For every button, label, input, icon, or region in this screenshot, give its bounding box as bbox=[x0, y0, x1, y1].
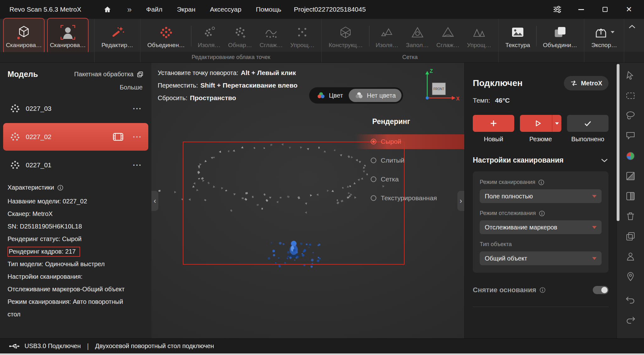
render-mode-option[interactable]: Сырой bbox=[371, 135, 437, 148]
chevron-down-icon bbox=[592, 257, 597, 260]
clip-plane-icon[interactable] bbox=[625, 170, 636, 182]
render-mode-option[interactable]: Слитый bbox=[371, 154, 437, 167]
shade-icon[interactable] bbox=[625, 190, 636, 202]
render-mode-option[interactable]: Сетка bbox=[371, 173, 437, 186]
model-property: Режим сканирования: Авто поворотный bbox=[8, 295, 151, 308]
render-mode-list: СыройСлитыйСеткаТекстурированная bbox=[371, 135, 437, 210]
axis-gizmo[interactable]: Z X FRONT bbox=[418, 65, 460, 109]
base-removal-toggle[interactable] bbox=[593, 286, 609, 294]
titlebar: Revo Scan 5.6.3 MetroX » ФайлЭкранАксесс… bbox=[0, 0, 644, 19]
merge-pointcloud-button[interactable]: Объединен… bbox=[144, 22, 188, 50]
smooth-points-icon bbox=[264, 25, 278, 40]
minimize-button[interactable] bbox=[577, 5, 586, 14]
radio-icon bbox=[371, 158, 376, 163]
viewport-hint: Переместить:Shift + Перетаскивание влево bbox=[158, 79, 297, 92]
model-row[interactable]: 0227_03··· bbox=[3, 95, 148, 122]
select-cursor-icon[interactable] bbox=[625, 70, 636, 82]
more-button[interactable]: Больше bbox=[0, 79, 151, 91]
right-panel-scrollbar[interactable] bbox=[617, 64, 619, 221]
comment-icon[interactable] bbox=[625, 130, 636, 142]
simpl-mesh-button: Упрощ… bbox=[463, 22, 495, 50]
copy-icon[interactable] bbox=[625, 230, 636, 242]
viewport-3d[interactable]: Установите точку поворота:Alt + Левый кл… bbox=[151, 63, 464, 338]
texture-button[interactable]: Текстура bbox=[502, 22, 534, 50]
ribbon-button-label: Объедини… bbox=[543, 42, 577, 49]
temperature-value: 46°C bbox=[495, 97, 510, 104]
collapse-left-panel-button[interactable]: ‹ bbox=[151, 191, 158, 211]
ribbon-group: Сканирова…Сканирова… bbox=[0, 19, 94, 62]
maximize-button[interactable] bbox=[601, 5, 609, 14]
film-icon[interactable] bbox=[113, 132, 123, 142]
info-icon[interactable] bbox=[539, 287, 546, 293]
globe-icon[interactable] bbox=[625, 150, 636, 162]
collapse-right-panel-button[interactable]: › bbox=[457, 191, 464, 211]
collapse-ribbon-button[interactable] bbox=[627, 24, 637, 30]
rect-select-icon[interactable] bbox=[625, 90, 636, 102]
isolate-points-button: Изоля… bbox=[194, 22, 224, 50]
menubar-item[interactable]: Аксессуар bbox=[210, 6, 241, 13]
menubar-item[interactable]: Файл bbox=[146, 6, 162, 13]
ribbon-toolbar: Сканирова…Сканирова…Редактир…Объединен…И… bbox=[0, 19, 644, 63]
detect-points-icon bbox=[233, 25, 247, 40]
ribbon-group-caption: Сетка bbox=[322, 52, 498, 62]
toggle-knob bbox=[601, 287, 608, 293]
scan-button[interactable]: Сканирова… bbox=[3, 18, 45, 54]
new-scan-label: Новый bbox=[484, 136, 503, 143]
close-button[interactable]: ✕ bbox=[625, 5, 633, 14]
device-name: MetroX bbox=[581, 80, 602, 87]
color-on-option[interactable]: Цвет bbox=[311, 89, 349, 102]
resume-scan-button[interactable] bbox=[520, 115, 561, 132]
isolate-mesh-icon bbox=[380, 25, 394, 40]
characteristics-label: Характеристики bbox=[8, 184, 54, 191]
model-property: Настройки сканирования: bbox=[8, 270, 151, 283]
model-properties: Название модели: 0227_02Сканер: MetroXSN… bbox=[0, 191, 151, 320]
batch-processing-button[interactable]: Пакетная обработка bbox=[74, 71, 144, 78]
model-row[interactable]: 0227_02··· bbox=[3, 123, 148, 151]
scan-settings-header[interactable]: Настройки сканирования bbox=[473, 156, 609, 164]
complete-button[interactable] bbox=[567, 115, 609, 132]
scan-control-panel: Подключен MetroX Темп: 46°C bbox=[464, 63, 617, 338]
no-color-option[interactable]: Нет цвета bbox=[349, 89, 401, 102]
info-icon[interactable] bbox=[539, 210, 545, 217]
gizmo-origin-dot bbox=[426, 96, 429, 100]
property-text: Название модели: 0227_02 bbox=[8, 198, 87, 205]
scan-preview-button[interactable]: Сканирова… bbox=[47, 18, 89, 54]
tracking-mode-select[interactable]: Отслеживание маркеров bbox=[480, 220, 602, 234]
expand-chevrons-icon[interactable]: » bbox=[127, 5, 132, 14]
menubar-item[interactable]: Экран bbox=[177, 6, 195, 13]
viewport-hint: Установите точку поворота:Alt + Левый кл… bbox=[158, 67, 297, 79]
info-icon[interactable] bbox=[538, 179, 544, 186]
color-option-label: Цвет bbox=[329, 92, 343, 99]
device-button[interactable]: MetroX bbox=[564, 76, 609, 90]
select-value: Поле полностью bbox=[485, 193, 533, 200]
app-title: Revo Scan 5.6.3 MetroX bbox=[9, 6, 81, 13]
merge-models-button[interactable]: Объедини… bbox=[539, 22, 581, 50]
model-row[interactable]: 0227_01··· bbox=[3, 151, 148, 179]
edit-button[interactable]: Редактир… bbox=[98, 22, 137, 50]
new-scan-button[interactable] bbox=[473, 115, 514, 132]
person-icon[interactable] bbox=[625, 250, 636, 262]
menubar-item[interactable]: Помощь bbox=[256, 6, 281, 13]
render-mode-label: Текстурированная bbox=[381, 194, 437, 202]
model-name: 0227_02 bbox=[26, 133, 52, 141]
object-type-select[interactable]: Общий объект bbox=[480, 251, 602, 265]
trash-icon[interactable] bbox=[625, 210, 636, 222]
resume-dropdown-button[interactable] bbox=[552, 115, 561, 132]
marker-icon[interactable] bbox=[625, 271, 636, 282]
undo-icon[interactable] bbox=[625, 294, 636, 306]
chevron-down-icon[interactable] bbox=[611, 31, 614, 33]
ribbon-group-caption bbox=[95, 52, 140, 62]
model-panel-header: Модель Пакетная обработка bbox=[0, 63, 151, 79]
scan-mode-select[interactable]: Поле полностью bbox=[480, 189, 602, 203]
render-mode-option[interactable]: Текстурированная bbox=[371, 191, 437, 205]
lasso-select-icon[interactable] bbox=[625, 110, 636, 122]
info-icon[interactable] bbox=[57, 185, 63, 191]
export-button[interactable]: Экспор… bbox=[587, 22, 621, 50]
settings-sliders-icon[interactable] bbox=[553, 5, 562, 14]
model-menu-button[interactable]: ··· bbox=[133, 105, 142, 113]
redo-icon[interactable] bbox=[625, 314, 636, 326]
home-icon[interactable] bbox=[103, 5, 112, 13]
model-menu-button[interactable]: ··· bbox=[133, 161, 142, 169]
field-label-row: Тип объекта bbox=[480, 241, 602, 248]
model-menu-button[interactable]: ··· bbox=[133, 133, 142, 141]
